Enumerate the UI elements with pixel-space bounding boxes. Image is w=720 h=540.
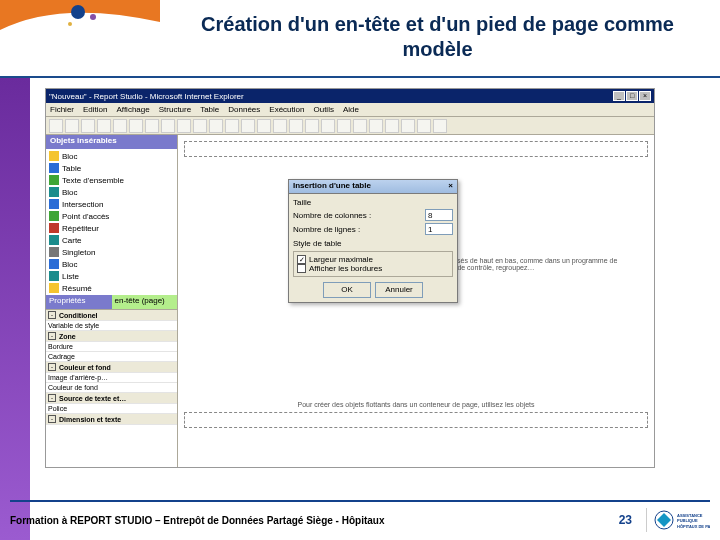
list-item[interactable]: Bloc — [47, 258, 176, 270]
checkbox[interactable]: ✓ — [297, 255, 306, 264]
slide-footer: Formation à REPORT STUDIO – Entrepôt de … — [10, 500, 710, 532]
toolbar-button[interactable] — [369, 119, 383, 133]
toolbar-button[interactable] — [145, 119, 159, 133]
list-item[interactable]: Résumé — [47, 282, 176, 294]
toolbar-button[interactable] — [49, 119, 63, 133]
list-icon — [49, 271, 59, 281]
properties-tabs: Propriétés en-tête (page) — [46, 295, 177, 309]
list-item[interactable]: Intersection — [47, 198, 176, 210]
list-item[interactable]: Singleton — [47, 246, 176, 258]
max-width-label: Largeur maximale — [309, 255, 373, 264]
dialog-title: Insertion d'une table — [293, 181, 371, 192]
property-group: -Couleur et fond — [46, 362, 177, 373]
property-row: Variable de style — [46, 321, 177, 331]
collapse-icon[interactable]: - — [48, 363, 56, 371]
toolbar-button[interactable] — [97, 119, 111, 133]
cancel-button[interactable]: Annuler — [375, 282, 423, 298]
collapse-icon[interactable]: - — [48, 394, 56, 402]
toolbar-button[interactable] — [81, 119, 95, 133]
properties-tab[interactable]: Propriétés — [46, 295, 112, 309]
insertable-objects-list: Bloc Table Texte d'ensemble Bloc Interse… — [46, 149, 177, 295]
property-row: Police — [46, 404, 177, 414]
toolbar-button[interactable] — [417, 119, 431, 133]
orange-arc-decoration — [0, 0, 160, 50]
toolbar-button[interactable] — [337, 119, 351, 133]
properties-tab-selected[interactable]: en-tête (page) — [112, 295, 178, 309]
slide-header: Création d'un en-tête et d'un pied de pa… — [0, 0, 720, 78]
toolbar-button[interactable] — [161, 119, 175, 133]
collapse-icon[interactable]: - — [48, 311, 56, 319]
list-item[interactable]: Point d'accès — [47, 210, 176, 222]
toolbar-button[interactable] — [433, 119, 447, 133]
menu-aide[interactable]: Aide — [343, 105, 359, 114]
footer-rule — [10, 500, 710, 502]
page-header-drop-zone[interactable] — [184, 141, 648, 157]
toolbar-button[interactable] — [209, 119, 223, 133]
toolbar-button[interactable] — [401, 119, 415, 133]
toolbar-button[interactable] — [353, 119, 367, 133]
menu-execution[interactable]: Exécution — [269, 105, 304, 114]
left-column: Objets insérables Bloc Table Texte d'ens… — [46, 135, 178, 467]
size-label: Taille — [293, 198, 453, 207]
toolbar-button[interactable] — [257, 119, 271, 133]
menu-edition[interactable]: Edition — [83, 105, 107, 114]
repeater-icon — [49, 223, 59, 233]
close-button[interactable]: × — [639, 91, 651, 101]
toolbar-button[interactable] — [273, 119, 287, 133]
property-row: Bordure — [46, 342, 177, 352]
menu-outils[interactable]: Outils — [313, 105, 333, 114]
list-item[interactable]: Bloc — [47, 186, 176, 198]
list-item[interactable]: Répétiteur — [47, 222, 176, 234]
rows-input[interactable] — [425, 223, 453, 235]
toolbar-button[interactable] — [321, 119, 335, 133]
block-icon — [49, 259, 59, 269]
toolbar — [46, 117, 654, 135]
toolbar-button[interactable] — [113, 119, 127, 133]
svg-text:PUBLIQUE: PUBLIQUE — [677, 518, 698, 523]
map-icon — [49, 235, 59, 245]
collapse-icon[interactable]: - — [48, 332, 56, 340]
columns-input[interactable] — [425, 209, 453, 221]
menu-structure[interactable]: Structure — [159, 105, 191, 114]
property-group: -Dimension et texte — [46, 414, 177, 425]
dialog-titlebar: Insertion d'une table × — [289, 180, 457, 194]
menu-bar: Fichier Edition Affichage Structure Tabl… — [46, 103, 654, 117]
list-item[interactable]: Texte d'ensemble — [47, 174, 176, 186]
property-row: Image d'arrière-p… — [46, 373, 177, 383]
list-item[interactable]: Bloc — [47, 150, 176, 162]
menu-fichier[interactable]: Fichier — [50, 105, 74, 114]
minimize-button[interactable]: _ — [613, 91, 625, 101]
toolbar-button[interactable] — [193, 119, 207, 133]
list-item[interactable]: Carte — [47, 234, 176, 246]
toolbar-button[interactable] — [225, 119, 239, 133]
page-footer-drop-zone[interactable] — [184, 412, 648, 428]
table-icon — [49, 163, 59, 173]
block-icon — [49, 187, 59, 197]
svg-point-2 — [68, 22, 72, 26]
canvas-footer-hint: Pour créer des objets flottants dans un … — [184, 401, 648, 408]
menu-donnees[interactable]: Données — [228, 105, 260, 114]
maximize-button[interactable]: □ — [626, 91, 638, 101]
toolbar-button[interactable] — [385, 119, 399, 133]
collapse-icon[interactable]: - — [48, 415, 56, 423]
toolbar-button[interactable] — [129, 119, 143, 133]
purple-side-bar — [0, 78, 30, 540]
ok-button[interactable]: OK — [323, 282, 371, 298]
style-label: Style de table — [293, 239, 453, 248]
property-row: Couleur de fond — [46, 383, 177, 393]
menu-affichage[interactable]: Affichage — [116, 105, 149, 114]
menu-table[interactable]: Table — [200, 105, 219, 114]
dialog-close-button[interactable]: × — [448, 181, 453, 192]
toolbar-button[interactable] — [65, 119, 79, 133]
toolbar-button[interactable] — [241, 119, 255, 133]
checkbox[interactable] — [297, 264, 306, 273]
list-item[interactable]: Table — [47, 162, 176, 174]
window-title: "Nouveau" - Report Studio - Microsoft In… — [49, 92, 244, 101]
list-item[interactable]: Liste — [47, 270, 176, 282]
insertable-objects-header: Objets insérables — [46, 135, 177, 149]
toolbar-button[interactable] — [177, 119, 191, 133]
toolbar-button[interactable] — [305, 119, 319, 133]
toolbar-button[interactable] — [289, 119, 303, 133]
columns-label: Nombre de colonnes : — [293, 211, 422, 220]
text-icon — [49, 175, 59, 185]
